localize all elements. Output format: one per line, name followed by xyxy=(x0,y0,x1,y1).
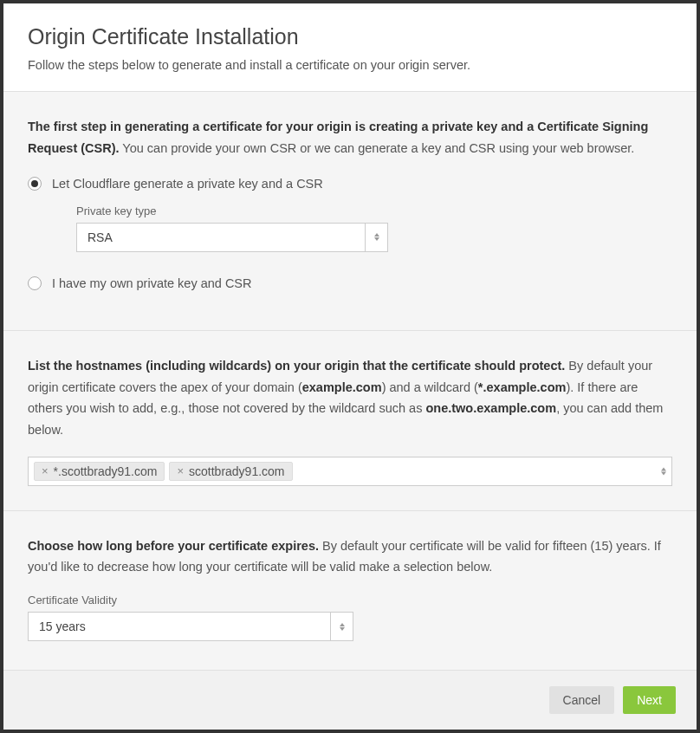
chevron-down-icon xyxy=(340,627,345,631)
hostnames-intro-bold: List the hostnames (including wildcards)… xyxy=(28,359,565,373)
hostname-tag-label: scottbrady91.com xyxy=(189,464,285,478)
private-key-value: RSA xyxy=(77,224,387,251)
section-hostnames: List the hostnames (including wildcards)… xyxy=(3,331,697,511)
hostnames-intro: List the hostnames (including wildcards)… xyxy=(28,355,672,441)
chevron-down-icon xyxy=(374,237,379,241)
private-key-label: Private key type xyxy=(76,204,672,217)
modal-header: Origin Certificate Installation Follow t… xyxy=(3,3,697,92)
next-button[interactable]: Next xyxy=(623,686,676,714)
select-handle-icon xyxy=(365,224,387,251)
tag-remove-icon[interactable]: × xyxy=(42,464,49,477)
radio-generate-label: Let Cloudflare generate a private key an… xyxy=(52,175,672,192)
validity-intro: Choose how long before your certificate … xyxy=(28,535,672,578)
chevron-up-icon xyxy=(340,623,345,626)
validity-value: 15 years xyxy=(29,613,353,640)
csr-intro: The first step in generating a certifica… xyxy=(28,116,672,159)
origin-cert-modal: Origin Certificate Installation Follow t… xyxy=(3,3,697,730)
radio-own[interactable]: I have my own private key and CSR xyxy=(28,275,672,292)
private-key-select[interactable]: RSA xyxy=(76,223,388,252)
section-csr: The first step in generating a certifica… xyxy=(3,92,697,331)
radio-own-label: I have my own private key and CSR xyxy=(52,275,252,292)
private-key-field: Private key type RSA xyxy=(76,204,672,252)
hostnames-input[interactable]: × *.scottbrady91.com × scottbrady91.com xyxy=(28,457,672,486)
modal-footer: Cancel Next xyxy=(3,670,697,730)
radio-icon xyxy=(28,276,42,290)
hostname-tag: × scottbrady91.com xyxy=(169,462,292,481)
modal-title: Origin Certificate Installation xyxy=(28,24,672,49)
chevron-down-icon xyxy=(661,471,666,475)
hostname-tag: × *.scottbrady91.com xyxy=(34,462,165,481)
validity-select[interactable]: 15 years xyxy=(28,612,353,641)
radio-generate[interactable]: Let Cloudflare generate a private key an… xyxy=(28,175,672,261)
cancel-button[interactable]: Cancel xyxy=(549,686,615,714)
section-validity: Choose how long before your certificate … xyxy=(3,511,697,665)
tag-remove-icon[interactable]: × xyxy=(177,464,184,477)
validity-intro-bold: Choose how long before your certificate … xyxy=(28,539,319,553)
radio-icon xyxy=(28,177,42,191)
chevron-up-icon xyxy=(374,233,379,237)
hostname-tag-label: *.scottbrady91.com xyxy=(54,464,158,478)
csr-intro-rest: You can provide your own CSR or we can g… xyxy=(120,141,635,155)
validity-label: Certificate Validity xyxy=(28,594,672,607)
csr-radio-group: Let Cloudflare generate a private key an… xyxy=(28,175,672,293)
tag-input-handle-icon xyxy=(661,467,666,475)
modal-subtitle: Follow the steps below to generate and i… xyxy=(28,56,672,74)
select-handle-icon xyxy=(330,613,353,640)
modal-body: The first step in generating a certifica… xyxy=(3,92,697,670)
chevron-up-icon xyxy=(661,467,666,470)
